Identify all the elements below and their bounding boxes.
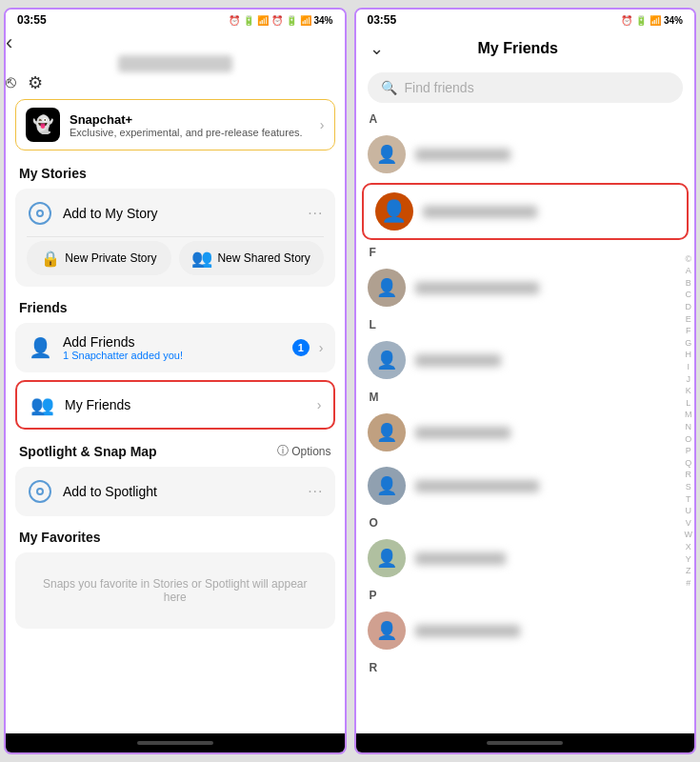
down-button[interactable]: ⌄ [370, 38, 384, 59]
friend-arun-kumar[interactable]: 👤 [356, 128, 695, 181]
back-button[interactable]: ‹ [6, 30, 12, 54]
friend-name-p1-blurred [415, 625, 520, 637]
search-bar[interactable]: 🔍 Find friends [368, 72, 684, 103]
friend-m1[interactable]: 👤 [356, 406, 695, 459]
add-friends-row[interactable]: 👤 Add Friends 1 Snapchatter added you! 1… [15, 325, 335, 371]
snapchat-plus-text: Snapchat+ Exclusive, experimental, and p… [70, 112, 310, 138]
friend-avatar-p1: 👤 [368, 612, 406, 650]
new-shared-story-label: New Shared Story [217, 251, 310, 265]
alpha-x[interactable]: X [686, 541, 691, 553]
share-icon[interactable]: ⎋ [6, 72, 16, 93]
highlighted-friend-row[interactable]: 👤 [362, 183, 690, 240]
new-private-story-label: New Private Story [65, 251, 156, 265]
friend-name-p1 [415, 625, 684, 637]
options-link[interactable]: ⓘ Options [277, 443, 330, 459]
battery-icon-right: 🔋 [635, 15, 647, 26]
search-icon: 🔍 [381, 80, 397, 95]
alpha-j[interactable]: J [687, 373, 691, 386]
alpha-h[interactable]: H [686, 349, 692, 361]
alphabet-index: © A B C D E F G H I J K L M N O P Q R S … [685, 109, 693, 733]
my-friends-chevron: › [317, 397, 322, 412]
alarm-icon: ⏰ [229, 15, 240, 26]
friend-p1[interactable]: 👤 [356, 604, 695, 657]
options-label: Options [291, 445, 330, 458]
add-friends-badge: 1 [292, 339, 310, 356]
alpha-a[interactable]: A [686, 265, 691, 277]
alpha-section-p: P [356, 585, 695, 604]
my-stories-card: Add to My Story ··· 🔒 New Private Story … [15, 189, 335, 287]
snapchat-plus-icon: 👻 [26, 108, 60, 142]
friend-name-arun-blurred [415, 149, 510, 161]
snapchat-plus-banner[interactable]: 👻 Snapchat+ Exclusive, experimental, and… [15, 99, 335, 150]
status-bar-left: 03:55 ⏰ 🔋 📶 ⏰ 🔋 📶 34% [6, 10, 345, 30]
new-private-story-button[interactable]: 🔒 New Private Story [27, 241, 171, 275]
alpha-r[interactable]: R [686, 469, 692, 481]
add-to-story-label: Add to My Story [63, 206, 298, 221]
alpha-z[interactable]: Z [686, 565, 691, 577]
alpha-l[interactable]: L [686, 397, 690, 410]
my-friends-highlighted-row[interactable]: 👥 My Friends › [15, 380, 335, 430]
story-sub-actions: 🔒 New Private Story 👥 New Shared Story [15, 237, 335, 285]
alpha-u[interactable]: U [686, 505, 692, 517]
battery-percent: ⏰ 🔋 📶 34% [271, 15, 332, 26]
alpha-b[interactable]: B [686, 277, 691, 290]
alpha-w[interactable]: W [685, 529, 693, 541]
alpha-p[interactable]: P [686, 445, 691, 457]
snapchat-plus-chevron: › [320, 117, 325, 132]
nav-center [6, 55, 345, 72]
friend-avatar-m2: 👤 [368, 467, 406, 505]
friend-avatar-arun: 👤 [368, 135, 406, 173]
favorites-card: Snaps you favorite in Stories or Spotlig… [15, 552, 335, 629]
status-icons-left: ⏰ 🔋 📶 ⏰ 🔋 📶 34% [229, 15, 332, 26]
alpha-g[interactable]: G [685, 337, 691, 350]
friend-name-m2-blurred [415, 480, 539, 492]
alpha-k[interactable]: K [686, 385, 691, 397]
alpha-n[interactable]: N [686, 421, 692, 433]
alpha-i[interactable]: I [687, 361, 690, 373]
friend-name-o1-blurred [415, 552, 506, 565]
alpha-hash[interactable]: # [686, 577, 690, 590]
alpha-c[interactable]: C [686, 289, 692, 301]
alpha-f[interactable]: F [686, 325, 691, 337]
add-friends-chevron: › [319, 340, 324, 355]
friend-avatar-aabhaban: 👤 [375, 192, 413, 231]
alpha-q[interactable]: Q [685, 457, 691, 470]
alpha-t[interactable]: T [686, 493, 691, 506]
friend-f1[interactable]: 👤 [356, 261, 695, 314]
add-to-spotlight-row[interactable]: Add to Spotlight ··· [15, 469, 335, 514]
alpha-y[interactable]: Y [686, 553, 691, 566]
add-to-story-row[interactable]: Add to My Story ··· [15, 190, 335, 236]
friend-avatar-f1: 👤 [368, 269, 406, 307]
add-to-spotlight-label: Add to Spotlight [63, 484, 298, 499]
spotlight-section-row: Spotlight & Snap Map ⓘ Options [6, 433, 345, 463]
my-friends-icon: 👥 [29, 391, 55, 418]
friend-l1[interactable]: 👤 [356, 333, 695, 387]
friend-aabhaban[interactable]: 👤 [364, 185, 688, 238]
friend-avatar-m1: 👤 [368, 413, 406, 451]
alpha-e[interactable]: E [686, 313, 691, 326]
my-friends-row[interactable]: 👥 My Friends › [17, 382, 333, 428]
new-shared-story-button[interactable]: 👥 New Shared Story [179, 241, 324, 275]
alpha-m[interactable]: M [685, 409, 692, 421]
spotlight-dots-icon[interactable]: ··· [308, 483, 323, 500]
add-friends-text-container: Add Friends 1 Snapchatter added you! [63, 334, 283, 361]
alpha-d[interactable]: D [686, 301, 692, 313]
left-phone-screen: 03:55 ⏰ 🔋 📶 ⏰ 🔋 📶 34% ‹ ⎋ ⚙ 👻 Snapchat+ … [4, 8, 347, 754]
alpha-section-o: O [356, 512, 695, 531]
alpha-o[interactable]: O [685, 433, 691, 446]
friend-o1[interactable]: 👤 [356, 531, 695, 585]
friends-list: A 👤 👤 F 👤 L 👤 [356, 109, 695, 733]
alpha-s[interactable]: S [686, 481, 691, 493]
friend-name-aabhaban-blurred [423, 206, 537, 218]
friend-name-aabhaban [423, 206, 676, 218]
alpha-section-m: M [356, 387, 695, 406]
settings-icon[interactable]: ⚙ [28, 72, 43, 93]
friend-m2[interactable]: 👤 [356, 459, 695, 512]
alpha-v[interactable]: V [686, 517, 691, 530]
friend-name-f1 [415, 282, 684, 294]
add-story-dots-icon[interactable]: ··· [308, 205, 323, 222]
friend-name-l1-blurred [415, 354, 501, 367]
spotlight-card: Add to Spotlight ··· [15, 467, 335, 516]
friend-avatar-l1: 👤 [368, 341, 406, 379]
battery-percent-right: 34% [664, 15, 683, 26]
